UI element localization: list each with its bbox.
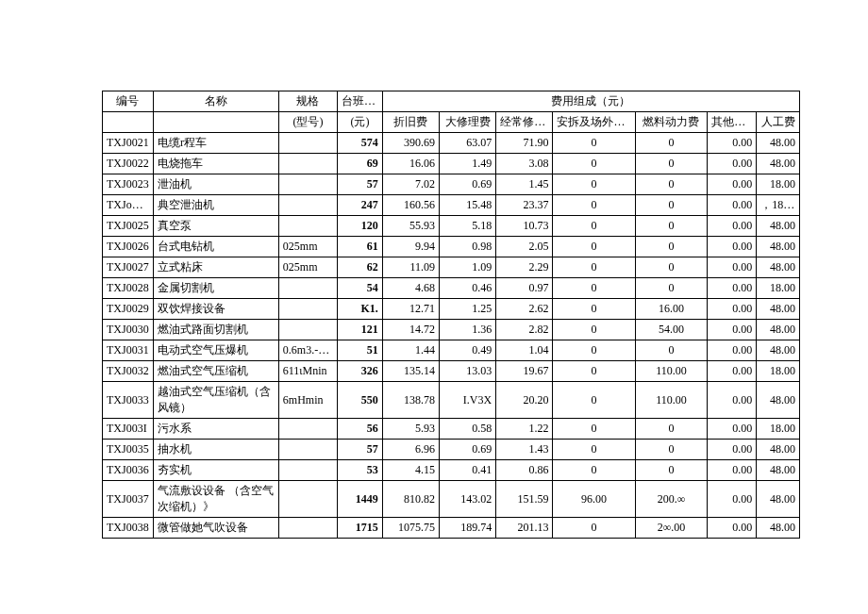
cell-price: 57 bbox=[338, 440, 383, 460]
cell-c5: 0 bbox=[635, 340, 708, 361]
cell-c6: 0.00 bbox=[708, 382, 757, 419]
cell-c2: I.V3X bbox=[440, 382, 496, 419]
cell-name: 电烧拖车 bbox=[153, 154, 278, 174]
table-row: TXJ0032燃油式空气压缩机611ιMnin326135.1413.0319.… bbox=[103, 361, 800, 382]
cell-id: TXJ0029 bbox=[103, 299, 154, 320]
th-c1: 折旧费 bbox=[382, 112, 439, 133]
cell-c1: 14.72 bbox=[382, 320, 439, 340]
th-c7: 人工费 bbox=[757, 112, 800, 133]
cell-price: 121 bbox=[338, 320, 383, 340]
cell-c6: 0.00 bbox=[708, 440, 757, 460]
cell-c4: 0 bbox=[553, 154, 635, 174]
cell-c1: 16.06 bbox=[382, 154, 439, 174]
cell-c2: 0.69 bbox=[440, 174, 496, 195]
cell-name: 燃油式路面切割机 bbox=[153, 320, 278, 340]
cell-id: TXJ0027 bbox=[103, 257, 154, 278]
cell-c4: 0 bbox=[553, 237, 635, 257]
th-spec-sub: (型号) bbox=[278, 112, 337, 133]
cell-price: 62 bbox=[338, 257, 383, 278]
cell-price: 1715 bbox=[338, 518, 383, 539]
cell-c3: 151.59 bbox=[496, 481, 553, 518]
cell-c6: 0.00 bbox=[708, 481, 757, 518]
cell-name: 微管做她气吹设备 bbox=[153, 518, 278, 539]
table-head: 编号 名称 规格 台班单价 费用组成（元） (型号) (元) 折旧费 大修理费 … bbox=[103, 91, 800, 133]
cell-name: 抽水机 bbox=[153, 440, 278, 460]
cell-c2: 143.02 bbox=[440, 481, 496, 518]
cell-id: TXJ0031 bbox=[103, 340, 154, 361]
page-wrap: 编号 名称 规格 台班单价 费用组成（元） (型号) (元) 折旧费 大修理费 … bbox=[0, 0, 868, 539]
cell-c7: 48.00 bbox=[757, 133, 800, 154]
cell-c5: 0 bbox=[635, 216, 708, 237]
cell-c7: 48.00 bbox=[757, 382, 800, 419]
cell-price: 69 bbox=[338, 154, 383, 174]
cell-name: 燃油式空气压缩机 bbox=[153, 361, 278, 382]
cell-spec bbox=[278, 174, 337, 195]
cell-spec bbox=[278, 440, 337, 460]
th-c4: 安拆及场外运戏 bbox=[553, 112, 635, 133]
cell-c4: 0 bbox=[553, 278, 635, 299]
table-row: TXJ0033越油式空气压缩机（含风镜）6mHmin550138.78I.V3X… bbox=[103, 382, 800, 419]
cell-c2: 1.36 bbox=[440, 320, 496, 340]
cell-id: TXJ003I bbox=[103, 419, 154, 440]
cell-name: 气流敷设设备 （含空气次缩机）》 bbox=[153, 481, 278, 518]
table-row: TXJ0022电烧拖车6916.061.493.08000.0048.00 bbox=[103, 154, 800, 174]
th-cost-group: 费用组成（元） bbox=[382, 91, 799, 112]
cell-c4: 0 bbox=[553, 320, 635, 340]
cell-c1: 7.02 bbox=[382, 174, 439, 195]
cell-c3: 10.73 bbox=[496, 216, 553, 237]
cell-c3: 2.05 bbox=[496, 237, 553, 257]
cell-c1: 390.69 bbox=[382, 133, 439, 154]
th-c2: 大修理费 bbox=[440, 112, 496, 133]
cell-c4: 0 bbox=[553, 195, 635, 216]
th-id: 编号 bbox=[103, 91, 154, 112]
table-row: TXJ0036夯实机534.150.410.86000.0048.00 bbox=[103, 460, 800, 481]
cell-c3: 2.29 bbox=[496, 257, 553, 278]
cell-c5: 0 bbox=[635, 460, 708, 481]
cell-id: TXJ0037 bbox=[103, 481, 154, 518]
cell-c7: ，18.00 bbox=[757, 195, 800, 216]
cell-c6: 0.00 bbox=[708, 460, 757, 481]
cell-c1: 11.09 bbox=[382, 257, 439, 278]
cell-c7: 18.00 bbox=[757, 419, 800, 440]
cell-c4: 0 bbox=[553, 133, 635, 154]
cell-c4: 0 bbox=[553, 419, 635, 440]
cell-price: 120 bbox=[338, 216, 383, 237]
cell-name: 真空泵 bbox=[153, 216, 278, 237]
cell-c2: 0.58 bbox=[440, 419, 496, 440]
cell-c1: 12.71 bbox=[382, 299, 439, 320]
cell-spec bbox=[278, 133, 337, 154]
cell-id: TXJ0022 bbox=[103, 154, 154, 174]
cell-c5: 2∞.00 bbox=[635, 518, 708, 539]
cell-c2: 63.07 bbox=[440, 133, 496, 154]
cell-c3: 19.67 bbox=[496, 361, 553, 382]
table-row: TXJ0029双饮焊接设备K1.12.711.252.62016.000.004… bbox=[103, 299, 800, 320]
th-price-sub: (元) bbox=[338, 112, 383, 133]
cell-price: K1. bbox=[338, 299, 383, 320]
cell-price: 51 bbox=[338, 340, 383, 361]
cell-c6: 0.00 bbox=[708, 419, 757, 440]
cell-c5: 0 bbox=[635, 133, 708, 154]
table-row: TXJ0021电缆r程车574390.6963.0771.90000.0048.… bbox=[103, 133, 800, 154]
table-row: TXJ0028金属切割机544.680.460.97000.0018.00 bbox=[103, 278, 800, 299]
cell-c7: 48.00 bbox=[757, 320, 800, 340]
cell-id: TXJ0030 bbox=[103, 320, 154, 340]
cell-c3: 3.08 bbox=[496, 154, 553, 174]
cell-c6: 0.00 bbox=[708, 133, 757, 154]
cell-c6: 0.00 bbox=[708, 257, 757, 278]
cell-c7: 48.00 bbox=[757, 237, 800, 257]
cell-price: 57 bbox=[338, 174, 383, 195]
cell-c5: 0 bbox=[635, 257, 708, 278]
cell-spec: 025mm bbox=[278, 237, 337, 257]
cell-c1: 9.94 bbox=[382, 237, 439, 257]
th-c3: 经常修理费 bbox=[496, 112, 553, 133]
cell-id: TXJ0035 bbox=[103, 440, 154, 460]
cell-spec bbox=[278, 299, 337, 320]
cell-c3: 1.45 bbox=[496, 174, 553, 195]
cell-price: 326 bbox=[338, 361, 383, 382]
cell-spec bbox=[278, 195, 337, 216]
cell-c2: 1.25 bbox=[440, 299, 496, 320]
th-blank bbox=[153, 112, 278, 133]
cell-c2: 0.46 bbox=[440, 278, 496, 299]
cell-spec: 025mm bbox=[278, 257, 337, 278]
cell-c4: 0 bbox=[553, 460, 635, 481]
